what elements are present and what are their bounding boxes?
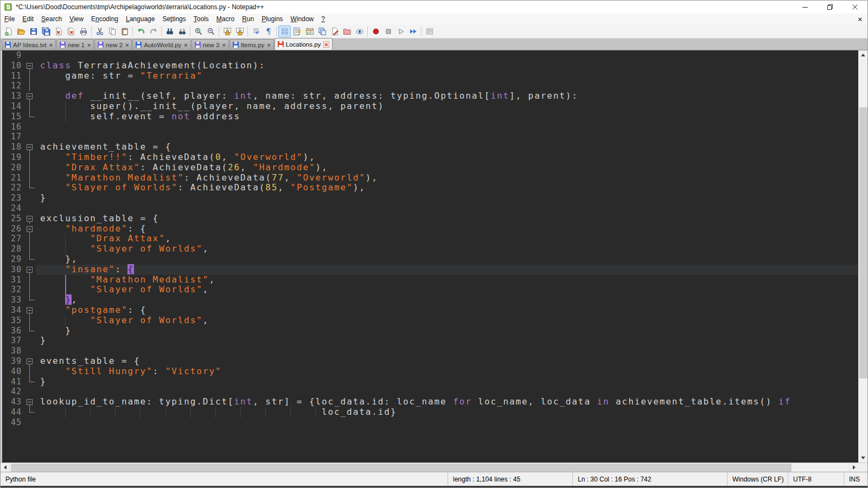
code-line-16[interactable]: 16: [2, 122, 858, 132]
fold-collapse-icon[interactable]: [24, 214, 36, 224]
code-text[interactable]: [36, 50, 858, 61]
horizontal-scrollbar-track[interactable]: [10, 463, 849, 472]
code-text[interactable]: "Slayer of Worlds",: [36, 244, 858, 254]
sync-vertical-icon[interactable]: [221, 25, 233, 37]
tab-locations-py[interactable]: Locations.py×: [275, 38, 333, 50]
code-text[interactable]: [36, 81, 858, 91]
tab-close-icon[interactable]: ×: [184, 42, 187, 48]
restore-button[interactable]: [818, 1, 843, 14]
code-text[interactable]: game: str = "Terraria": [36, 71, 858, 81]
monitoring-eye-icon[interactable]: [353, 25, 366, 37]
code-line-13[interactable]: 13 def __init__(self, player: int, name:…: [2, 91, 858, 101]
menu-macro[interactable]: Macro: [213, 14, 238, 24]
stop-recording-icon[interactable]: [382, 25, 394, 37]
code-line-26[interactable]: 26 "hardmode": {: [2, 224, 858, 234]
playback-macro-icon[interactable]: [394, 25, 407, 37]
code-line-38[interactable]: 38: [2, 346, 858, 356]
menu-edit[interactable]: Edit: [18, 14, 37, 24]
code-text[interactable]: achievement_table = {: [36, 142, 858, 152]
save-all-icon[interactable]: [40, 25, 52, 37]
code-line-24[interactable]: 24: [2, 203, 858, 214]
cut-icon[interactable]: [93, 25, 106, 37]
scroll-left-arrow-icon[interactable]: [1, 463, 10, 472]
close-document-x-icon[interactable]: ×: [858, 15, 862, 23]
fold-collapse-icon[interactable]: [24, 142, 36, 152]
save-icon[interactable]: [27, 25, 40, 37]
code-text[interactable]: [36, 122, 858, 132]
code-line-40[interactable]: 40 "Still Hungry": "Victory": [2, 367, 858, 377]
code-line-22[interactable]: 22 "Slayer of Worlds": AchieveData(85, "…: [2, 183, 858, 193]
replace-icon[interactable]: ab: [176, 25, 188, 37]
code-line-31[interactable]: 31 "Marathon Medalist",: [2, 275, 858, 285]
menu-window[interactable]: Window: [287, 14, 318, 24]
status-eol-format[interactable]: Windows (CR LF): [727, 472, 788, 486]
code-text[interactable]: [36, 418, 858, 428]
menu-settings[interactable]: Settings: [158, 14, 189, 24]
undo-icon[interactable]: [135, 25, 147, 37]
code-line-45[interactable]: 45: [2, 418, 858, 428]
code-line-32[interactable]: 32 "Slayer of Worlds",: [2, 285, 858, 295]
code-line-27[interactable]: 27 "Drax Attax",: [2, 234, 858, 244]
code-line-41[interactable]: 41}: [2, 377, 858, 387]
menu-language[interactable]: Language: [122, 14, 158, 24]
menu-encoding[interactable]: Encoding: [87, 14, 122, 24]
tab-autoworld-py[interactable]: AutoWorld.py×: [132, 39, 190, 50]
tab-new-2[interactable]: new 2×: [94, 39, 132, 50]
code-line-29[interactable]: 29 },: [2, 254, 858, 265]
scroll-down-arrow-icon[interactable]: [859, 453, 867, 463]
code-line-34[interactable]: 34 "postgame": {: [2, 305, 858, 316]
fold-collapse-icon[interactable]: [24, 224, 36, 234]
tab-new-3[interactable]: new 3×: [192, 39, 229, 50]
open-file-icon[interactable]: [15, 25, 27, 37]
code-line-23[interactable]: 23}: [2, 193, 858, 203]
tab-close-icon[interactable]: ×: [87, 42, 91, 48]
function-list-icon[interactable]: [291, 25, 303, 37]
code-line-43[interactable]: 43lookup_id_to_name: typing.Dict[int, st…: [2, 397, 858, 407]
paste-icon[interactable]: [118, 25, 131, 37]
code-line-17[interactable]: 17: [2, 132, 858, 142]
code-line-10[interactable]: 10class TerrariaAchievement(Location):: [2, 61, 858, 71]
code-line-44[interactable]: 44 loc_data.id}: [2, 407, 858, 418]
print-icon[interactable]: [77, 25, 90, 37]
code-line-20[interactable]: 20 "Drax Attax": AchieveData(26, "Hardmo…: [2, 163, 858, 173]
close-button[interactable]: [843, 1, 867, 14]
code-text[interactable]: "Drax Attax",: [36, 234, 858, 244]
horizontal-scrollbar-thumb[interactable]: [11, 464, 792, 472]
code-text[interactable]: "Marathon Medalist",: [36, 275, 858, 285]
find-icon[interactable]: [163, 25, 176, 37]
code-text[interactable]: },: [36, 254, 858, 265]
menu-tools[interactable]: Tools: [190, 14, 213, 24]
record-macro-icon[interactable]: [369, 25, 382, 37]
horizontal-scrollbar[interactable]: [1, 463, 867, 472]
code-line-14[interactable]: 14 super().__init__(player, name, addres…: [2, 101, 858, 112]
redo-icon[interactable]: [147, 25, 159, 37]
save-macro-icon[interactable]: [423, 25, 436, 37]
fold-collapse-icon[interactable]: [24, 61, 36, 71]
code-line-30[interactable]: 30 "insane": {: [2, 265, 858, 275]
tab-items-py[interactable]: Items.py×: [229, 39, 274, 50]
sync-horizontal-icon[interactable]: [233, 25, 246, 37]
document-map-icon[interactable]: [303, 25, 316, 37]
code-text[interactable]: "Slayer of Worlds",: [36, 285, 858, 295]
code-line-18[interactable]: 18achievement_table = {: [2, 142, 858, 152]
tab-new-1[interactable]: new 1×: [56, 39, 94, 50]
code-text[interactable]: "Slayer of Worlds",: [36, 316, 858, 326]
tab-close-icon[interactable]: ×: [125, 42, 129, 48]
zoom-in-icon[interactable]: [192, 25, 205, 37]
tab-close-icon[interactable]: ×: [323, 41, 329, 48]
code-text[interactable]: [36, 387, 858, 397]
folder-as-workspace-icon[interactable]: [341, 25, 353, 37]
document-list-icon[interactable]: [316, 25, 328, 37]
vertical-scrollbar[interactable]: [858, 50, 867, 463]
code-line-42[interactable]: 42: [2, 387, 858, 397]
code-text[interactable]: def __init__(self, player: int, name: st…: [36, 91, 858, 101]
code-line-15[interactable]: 15 self.event = not address: [2, 112, 858, 122]
code-text[interactable]: [36, 203, 858, 214]
word-wrap-icon[interactable]: [250, 25, 262, 37]
code-text[interactable]: }: [36, 336, 858, 346]
code-line-25[interactable]: 25exclusion_table = {: [2, 214, 858, 224]
code-line-19[interactable]: 19 "Timber!!": AchieveData(0, "Overworld…: [2, 152, 858, 163]
code-line-39[interactable]: 39events_table = {: [2, 356, 858, 367]
code-text[interactable]: }: [36, 377, 858, 387]
code-text[interactable]: "Still Hungry": "Victory": [36, 367, 858, 377]
